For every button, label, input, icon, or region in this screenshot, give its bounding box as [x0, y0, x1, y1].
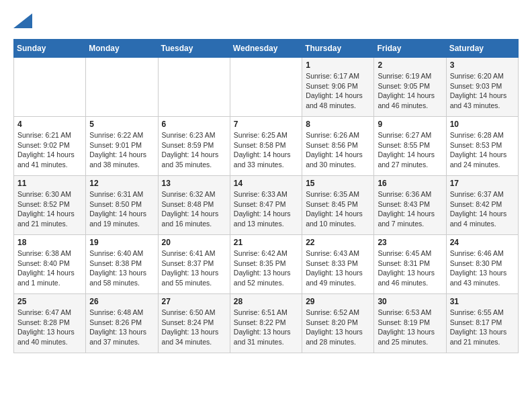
calendar-cell: 7Sunrise: 6:25 AM Sunset: 8:58 PM Daylig… [230, 117, 302, 176]
day-info: Sunrise: 6:46 AM Sunset: 8:30 PM Dayligh… [450, 248, 515, 288]
day-number: 28 [234, 297, 298, 306]
day-number: 8 [306, 120, 370, 129]
day-info: Sunrise: 6:25 AM Sunset: 8:58 PM Dayligh… [234, 130, 298, 170]
day-number: 24 [450, 238, 515, 247]
calendar-cell: 31Sunrise: 6:55 AM Sunset: 8:17 PM Dayli… [446, 294, 518, 353]
day-number: 18 [17, 238, 82, 247]
day-info: Sunrise: 6:37 AM Sunset: 8:42 PM Dayligh… [450, 189, 515, 229]
day-number: 20 [162, 238, 226, 247]
day-info: Sunrise: 6:28 AM Sunset: 8:53 PM Dayligh… [450, 130, 515, 170]
calendar-cell: 13Sunrise: 6:32 AM Sunset: 8:48 PM Dayli… [158, 176, 230, 235]
day-info: Sunrise: 6:53 AM Sunset: 8:19 PM Dayligh… [378, 308, 442, 347]
day-number: 29 [306, 297, 370, 306]
day-info: Sunrise: 6:21 AM Sunset: 9:02 PM Dayligh… [17, 130, 82, 170]
day-number: 30 [378, 297, 442, 306]
day-info: Sunrise: 6:32 AM Sunset: 8:48 PM Dayligh… [162, 189, 226, 229]
calendar-cell: 15Sunrise: 6:35 AM Sunset: 8:45 PM Dayli… [302, 176, 374, 235]
calendar-cell: 6Sunrise: 6:23 AM Sunset: 8:59 PM Daylig… [158, 117, 230, 176]
day-info: Sunrise: 6:33 AM Sunset: 8:47 PM Dayligh… [234, 189, 298, 229]
calendar-cell: 10Sunrise: 6:28 AM Sunset: 8:53 PM Dayli… [446, 117, 518, 176]
header-day-tuesday: Tuesday [158, 40, 230, 58]
day-info: Sunrise: 6:38 AM Sunset: 8:40 PM Dayligh… [17, 248, 82, 288]
day-number: 1 [306, 60, 370, 70]
day-number: 5 [89, 120, 154, 129]
day-number: 14 [234, 179, 298, 188]
day-number: 3 [450, 60, 515, 70]
day-number: 15 [306, 179, 370, 188]
logo [13, 13, 35, 28]
day-number: 7 [234, 120, 298, 129]
calendar-cell: 2Sunrise: 6:19 AM Sunset: 9:05 PM Daylig… [374, 58, 446, 117]
header-day-sunday: Sunday [14, 40, 86, 58]
calendar-cell: 1Sunrise: 6:17 AM Sunset: 9:06 PM Daylig… [302, 58, 374, 117]
header-day-thursday: Thursday [302, 40, 374, 58]
day-info: Sunrise: 6:42 AM Sunset: 8:35 PM Dayligh… [234, 248, 298, 288]
day-info: Sunrise: 6:50 AM Sunset: 8:24 PM Dayligh… [162, 308, 226, 347]
header-day-saturday: Saturday [446, 40, 518, 58]
calendar-cell: 14Sunrise: 6:33 AM Sunset: 8:47 PM Dayli… [230, 176, 302, 235]
day-info: Sunrise: 6:40 AM Sunset: 8:38 PM Dayligh… [89, 248, 154, 288]
day-info: Sunrise: 6:31 AM Sunset: 8:50 PM Dayligh… [89, 189, 154, 229]
day-info: Sunrise: 6:20 AM Sunset: 9:03 PM Dayligh… [450, 71, 515, 111]
day-number: 9 [378, 120, 442, 129]
day-number: 11 [17, 179, 82, 188]
calendar-cell: 25Sunrise: 6:47 AM Sunset: 8:28 PM Dayli… [14, 294, 86, 353]
calendar-cell [158, 58, 230, 117]
calendar-cell: 27Sunrise: 6:50 AM Sunset: 8:24 PM Dayli… [158, 294, 230, 353]
logo-icon [13, 13, 32, 28]
calendar-cell [14, 58, 86, 117]
week-row-3: 11Sunrise: 6:30 AM Sunset: 8:52 PM Dayli… [14, 176, 519, 235]
day-number: 27 [162, 297, 226, 306]
day-number: 16 [378, 179, 442, 188]
day-number: 26 [89, 297, 154, 306]
svg-marker-0 [13, 13, 32, 28]
day-info: Sunrise: 6:19 AM Sunset: 9:05 PM Dayligh… [378, 71, 442, 111]
calendar-cell: 22Sunrise: 6:43 AM Sunset: 8:33 PM Dayli… [302, 235, 374, 294]
day-info: Sunrise: 6:35 AM Sunset: 8:45 PM Dayligh… [306, 189, 370, 229]
header-day-wednesday: Wednesday [230, 40, 302, 58]
calendar-cell [230, 58, 302, 117]
header-day-monday: Monday [86, 40, 158, 58]
calendar-table: SundayMondayTuesdayWednesdayThursdayFrid… [13, 39, 519, 353]
calendar-cell: 26Sunrise: 6:48 AM Sunset: 8:26 PM Dayli… [86, 294, 158, 353]
calendar-cell: 19Sunrise: 6:40 AM Sunset: 8:38 PM Dayli… [86, 235, 158, 294]
day-info: Sunrise: 6:43 AM Sunset: 8:33 PM Dayligh… [306, 248, 370, 288]
day-number: 6 [162, 120, 226, 129]
day-info: Sunrise: 6:41 AM Sunset: 8:37 PM Dayligh… [162, 248, 226, 288]
header-day-friday: Friday [374, 40, 446, 58]
day-number: 19 [89, 238, 154, 247]
calendar-cell: 4Sunrise: 6:21 AM Sunset: 9:02 PM Daylig… [14, 117, 86, 176]
day-number: 17 [450, 179, 515, 188]
day-info: Sunrise: 6:45 AM Sunset: 8:31 PM Dayligh… [378, 248, 442, 288]
day-number: 13 [162, 179, 226, 188]
day-info: Sunrise: 6:30 AM Sunset: 8:52 PM Dayligh… [17, 189, 82, 229]
calendar-cell: 8Sunrise: 6:26 AM Sunset: 8:56 PM Daylig… [302, 117, 374, 176]
day-info: Sunrise: 6:17 AM Sunset: 9:06 PM Dayligh… [306, 71, 370, 111]
days-row: SundayMondayTuesdayWednesdayThursdayFrid… [14, 40, 519, 58]
day-info: Sunrise: 6:26 AM Sunset: 8:56 PM Dayligh… [306, 130, 370, 170]
day-number: 2 [378, 60, 442, 70]
week-row-4: 18Sunrise: 6:38 AM Sunset: 8:40 PM Dayli… [14, 235, 519, 294]
calendar-cell: 9Sunrise: 6:27 AM Sunset: 8:55 PM Daylig… [374, 117, 446, 176]
day-info: Sunrise: 6:22 AM Sunset: 9:01 PM Dayligh… [89, 130, 154, 170]
calendar-cell: 20Sunrise: 6:41 AM Sunset: 8:37 PM Dayli… [158, 235, 230, 294]
calendar-cell: 5Sunrise: 6:22 AM Sunset: 9:01 PM Daylig… [86, 117, 158, 176]
header [13, 13, 519, 28]
day-number: 10 [450, 120, 515, 129]
week-row-2: 4Sunrise: 6:21 AM Sunset: 9:02 PM Daylig… [14, 117, 519, 176]
calendar-cell: 23Sunrise: 6:45 AM Sunset: 8:31 PM Dayli… [374, 235, 446, 294]
day-info: Sunrise: 6:23 AM Sunset: 8:59 PM Dayligh… [162, 130, 226, 170]
calendar-header: SundayMondayTuesdayWednesdayThursdayFrid… [14, 40, 519, 58]
day-number: 4 [17, 120, 82, 129]
calendar-cell: 11Sunrise: 6:30 AM Sunset: 8:52 PM Dayli… [14, 176, 86, 235]
calendar-cell: 21Sunrise: 6:42 AM Sunset: 8:35 PM Dayli… [230, 235, 302, 294]
day-info: Sunrise: 6:55 AM Sunset: 8:17 PM Dayligh… [450, 308, 515, 347]
calendar-cell: 3Sunrise: 6:20 AM Sunset: 9:03 PM Daylig… [446, 58, 518, 117]
calendar-cell [86, 58, 158, 117]
day-info: Sunrise: 6:27 AM Sunset: 8:55 PM Dayligh… [378, 130, 442, 170]
calendar-cell: 28Sunrise: 6:51 AM Sunset: 8:22 PM Dayli… [230, 294, 302, 353]
calendar-cell: 29Sunrise: 6:52 AM Sunset: 8:20 PM Dayli… [302, 294, 374, 353]
day-number: 25 [17, 297, 82, 306]
day-number: 12 [89, 179, 154, 188]
calendar-cell: 17Sunrise: 6:37 AM Sunset: 8:42 PM Dayli… [446, 176, 518, 235]
